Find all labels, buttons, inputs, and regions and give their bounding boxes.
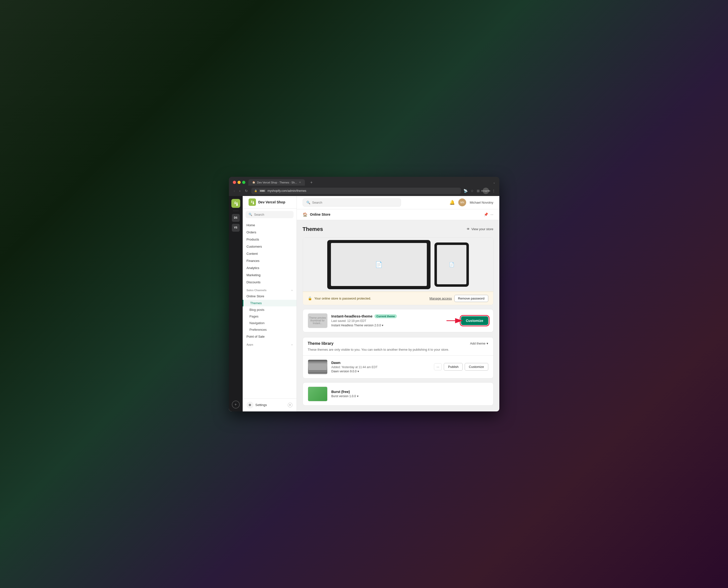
version-label: Instant Headless Theme version 2.0.0: [331, 323, 381, 327]
apps-section: Apps ›: [243, 340, 297, 347]
page-content: Themes 👁 View your store 📄: [297, 220, 499, 412]
sidebar-subitem-pages[interactable]: Pages: [243, 313, 297, 320]
browser-user-icon[interactable]: Incognito: [483, 188, 489, 194]
sidebar-item-online-store[interactable]: Online Store: [243, 293, 297, 300]
tab-grid-icon[interactable]: ⊞: [477, 189, 480, 193]
sidebar-item-analytics[interactable]: Analytics: [243, 265, 297, 272]
search-input[interactable]: [254, 213, 291, 216]
new-tab-button[interactable]: +: [309, 180, 314, 185]
laptop-file-icon: 📄: [375, 261, 383, 268]
theme-preview-card: 📄 📄 🔒: [303, 237, 493, 305]
search-bar[interactable]: 🔍: [245, 211, 294, 218]
password-banner: 🔒 Your online store is password protecte…: [303, 292, 493, 305]
maximize-button[interactable]: [242, 181, 245, 184]
partial-theme-version[interactable]: Burst version 1.0.0 ▾: [331, 395, 488, 398]
user-name: Michael Novotny: [470, 201, 493, 204]
bell-icon[interactable]: 🔔: [449, 200, 455, 205]
rail-badge-ds[interactable]: DS: [232, 214, 240, 222]
back-button[interactable]: ‹: [233, 188, 236, 194]
pages-label: Pages: [250, 315, 259, 318]
dawn-publish-button[interactable]: Publish: [444, 363, 463, 371]
settings-add-icon[interactable]: +: [288, 403, 293, 407]
current-theme-last-saved: Last saved: 12:19 pm EDT: [331, 319, 457, 323]
laptop-screen: 📄: [331, 243, 427, 286]
rail-divider: [233, 211, 239, 211]
refresh-button[interactable]: ↻: [244, 188, 249, 194]
shopify-logo[interactable]: [231, 199, 240, 208]
dawn-info: Dawn Added: Yesterday at 11:44 am EDT Da…: [331, 361, 430, 373]
sidebar-item-customers[interactable]: Customers: [243, 243, 297, 250]
orders-label: Orders: [247, 230, 256, 234]
address-bar[interactable]: 🔒 ■■■ myshopify.com/admin/themes: [251, 188, 461, 194]
sidebar-item-marketing[interactable]: Marketing: [243, 272, 297, 279]
banner-actions: Manage access Remove password: [430, 295, 488, 302]
dawn-version[interactable]: Dawn version 9.0.0 ▾: [331, 370, 430, 373]
header-logo: Dev Vercel Shop: [249, 198, 285, 206]
eye-icon: 👁: [467, 227, 470, 231]
arrow-svg: [447, 317, 466, 324]
library-subtitle: These themes are only visible to you. Yo…: [303, 347, 493, 356]
sidebar-item-products[interactable]: Products: [243, 236, 297, 243]
dawn-customize-button[interactable]: Customize: [465, 363, 488, 371]
settings-icon: ⚙: [247, 402, 254, 408]
sidebar-subitem-themes[interactable]: Themes: [243, 300, 297, 307]
sidebar-subitem-preferences[interactable]: Preferences: [243, 326, 297, 333]
top-search-bar[interactable]: 🔍: [303, 198, 401, 207]
customers-label: Customers: [247, 245, 262, 248]
theme-info: Instant-headless-theme Current theme Las…: [331, 314, 457, 327]
sidebar-item-content[interactable]: Content: [243, 250, 297, 257]
minimize-button[interactable]: [237, 181, 241, 184]
address-pill: ■■■: [259, 189, 265, 192]
tab-title: Dev Vercel Shop · Themes · Sh...: [257, 181, 297, 184]
view-store-button[interactable]: 👁 View your store: [467, 227, 493, 231]
sidebar-item-finances[interactable]: Finances: [243, 257, 297, 265]
dawn-more-button[interactable]: ···: [434, 363, 442, 370]
window-controls: [233, 181, 245, 184]
forward-button[interactable]: ›: [238, 188, 241, 194]
sidebar: Dev Vercel Shop 🔍 Home Orders Prod: [243, 196, 297, 412]
rail-badge-vs[interactable]: VS: [232, 224, 240, 232]
sidebar-item-point-of-sale[interactable]: Point of Sale: [243, 333, 297, 340]
remove-password-button[interactable]: Remove password: [454, 295, 488, 302]
partial-theme-info: Burst (free) Burst version 1.0.0 ▾: [331, 390, 488, 398]
sidebar-subitem-navigation[interactable]: Navigation: [243, 320, 297, 326]
current-theme-card: Theme preview thumbnail for Instant... I…: [303, 309, 493, 332]
device-tablet: 📄: [434, 243, 469, 287]
browser-tab[interactable]: 🏠 Dev Vercel Shop · Themes · Sh... ✕: [248, 179, 305, 186]
dawn-added: Added: Yesterday at 11:44 am EDT: [331, 365, 430, 369]
finances-label: Finances: [247, 259, 260, 262]
more-menu-icon[interactable]: ···: [491, 212, 493, 216]
user-avatar[interactable]: MN: [458, 198, 466, 206]
dawn-version-chevron-icon: ▾: [358, 370, 359, 373]
current-theme-badge: Current theme: [374, 314, 397, 318]
close-button[interactable]: [233, 181, 236, 184]
sales-channels-chevron-icon: ›: [292, 289, 293, 292]
add-theme-chevron-icon: ▾: [487, 341, 488, 345]
version-chevron-icon: ▾: [382, 323, 383, 327]
partial-theme-card: Burst (free) Burst version 1.0.0 ▾: [303, 382, 493, 405]
theme-name-row: Instant-headless-theme Current theme: [331, 314, 457, 318]
pin-icon[interactable]: 📌: [484, 212, 488, 216]
page-title: Themes: [303, 226, 323, 232]
sidebar-item-orders[interactable]: Orders: [243, 229, 297, 236]
sidebar-subitem-blog-posts[interactable]: Blog posts: [243, 307, 297, 313]
browser-menu-icon[interactable]: ⋮: [492, 189, 495, 193]
view-store-label: View your store: [471, 227, 493, 231]
add-theme-label: Add theme: [470, 341, 486, 345]
library-header: Theme library Add theme ▾: [303, 337, 493, 347]
sidebar-item-discounts[interactable]: Discounts: [243, 279, 297, 286]
star-icon[interactable]: ☆: [471, 189, 474, 193]
top-search-input[interactable]: [312, 201, 397, 204]
sidebar-item-home[interactable]: Home: [243, 222, 297, 229]
add-store-button[interactable]: +: [232, 401, 240, 408]
add-theme-button[interactable]: Add theme ▾: [470, 341, 488, 345]
icon-rail: DS VS +: [229, 196, 243, 412]
dawn-version-label: Dawn version 9.0.0: [331, 370, 357, 373]
library-title: Theme library: [308, 341, 334, 346]
manage-access-link[interactable]: Manage access: [430, 297, 452, 300]
banner-message-area: 🔒 Your online store is password protecte…: [308, 296, 371, 300]
sidebar-footer-settings[interactable]: ⚙ Settings +: [243, 398, 297, 412]
password-banner-message: Your online store is password protected.: [315, 297, 371, 300]
current-theme-version[interactable]: Instant Headless Theme version 2.0.0 ▾: [331, 323, 457, 327]
tab-close-button[interactable]: ✕: [299, 181, 301, 184]
